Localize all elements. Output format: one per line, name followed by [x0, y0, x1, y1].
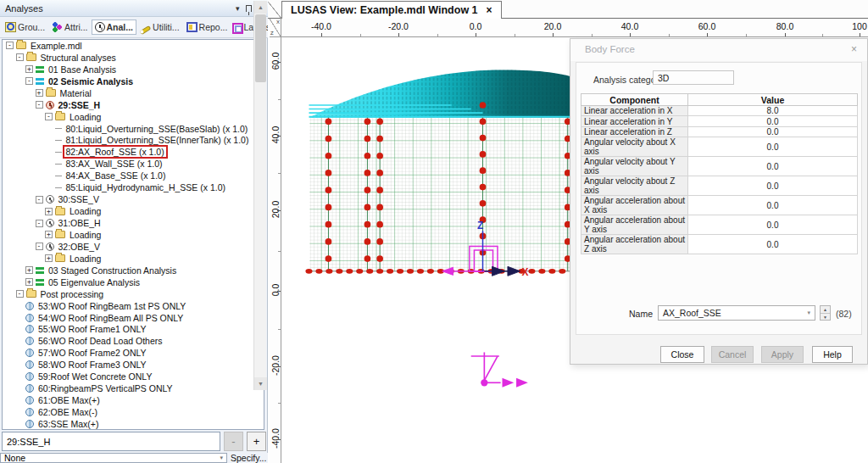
- panel-tab-analyses[interactable]: Anal...: [92, 20, 137, 35]
- tree-item-label[interactable]: 30:SSE_V: [57, 194, 101, 204]
- tree-item[interactable]: 53:WO Roof RingBeam 1st PS ONLY: [3, 300, 264, 312]
- tree-item-label[interactable]: Material: [58, 88, 93, 98]
- tree-item-label[interactable]: 29:SSE_H: [57, 100, 103, 110]
- active-loadcase-input[interactable]: [2, 432, 220, 451]
- tree-item-label[interactable]: 56:WO Roof Dead Load Others: [36, 336, 164, 346]
- spinner-up-icon[interactable]: ▲: [821, 306, 830, 313]
- tree-item[interactable]: 55:WO Roof Frame1 ONLY: [3, 324, 264, 336]
- tree-item-label[interactable]: 54:WO Roof RingBeam All PS ONLY: [36, 313, 185, 323]
- tree-item-label[interactable]: Structural analyses: [39, 53, 118, 63]
- tree-item-label[interactable]: 61:OBE Max(+): [36, 395, 102, 405]
- help-button[interactable]: Help: [812, 346, 853, 363]
- value-cell[interactable]: 0.0: [688, 116, 858, 126]
- tree-expander-plus-icon[interactable]: +: [45, 208, 53, 215]
- tree-expander-minus-icon[interactable]: -: [36, 220, 43, 227]
- tree-item[interactable]: +03 Staged Construction Analysis: [3, 265, 264, 276]
- tree-item[interactable]: 61:OBE Max(+): [3, 394, 264, 406]
- tree-item-label[interactable]: Post processing: [39, 289, 106, 299]
- tree-item-label[interactable]: 80:Liquid_Overturning_SSE(BaseSlab) (x 1…: [64, 124, 250, 134]
- panel-tab-utilities[interactable]: Utiliti...: [136, 20, 183, 35]
- value-cell[interactable]: 0.0: [688, 235, 858, 254]
- tree-item-label[interactable]: 31:OBE_H: [57, 218, 103, 228]
- tree-item-label[interactable]: Loading: [68, 230, 103, 240]
- dialog-titlebar[interactable]: Body Force: [570, 39, 867, 61]
- name-combobox[interactable]: AX_Roof_SSE ▾: [658, 305, 815, 321]
- tree-item-label[interactable]: 03 Staged Construction Analysis: [47, 265, 178, 276]
- tree-item[interactable]: -Post processing: [3, 288, 264, 300]
- tree-item-label[interactable]: 02 Seismic Analysis: [47, 76, 135, 86]
- scrollbar-thumb[interactable]: [255, 14, 266, 82]
- tree-item[interactable]: 84:AX_Base_SSE (x 1.0): [3, 170, 264, 181]
- loadcase-decrement-button[interactable]: -: [224, 432, 243, 451]
- tree-scrollbar[interactable]: ▲ ▼: [253, 1, 266, 390]
- tree-item[interactable]: -02 Seismic Analysis: [3, 75, 264, 87]
- tree-expander-plus-icon[interactable]: +: [36, 89, 43, 97]
- loadcase-increment-button[interactable]: +: [247, 432, 266, 451]
- tree-item-label[interactable]: 85:Liquid_Hydrodynamic_H_SSE (x 1.0): [64, 182, 228, 192]
- tree-expander-plus-icon[interactable]: +: [45, 254, 53, 262]
- tree-item[interactable]: -Example.mdl: [3, 40, 264, 52]
- tree-item-label[interactable]: 57:WO Roof Frame2 ONLY: [36, 348, 148, 358]
- tree-item[interactable]: -Structural analyses: [3, 52, 264, 64]
- value-cell[interactable]: 0.0: [688, 215, 858, 235]
- filter-dropdown[interactable]: None ▾: [0, 453, 227, 463]
- tree-item[interactable]: -32:OBE_V: [3, 241, 264, 253]
- value-cell[interactable]: 0.0: [688, 196, 858, 215]
- tree-expander-minus-icon[interactable]: -: [6, 42, 14, 49]
- tree-item[interactable]: 60:RingbeamPS VerticalPS ONLY: [3, 382, 264, 394]
- tree-item-label[interactable]: 83:AX_Wall_SSE (x 1.0): [64, 159, 164, 169]
- tree-item-label[interactable]: 60:RingbeamPS VerticalPS ONLY: [36, 383, 175, 393]
- value-cell[interactable]: 0.0: [688, 176, 858, 196]
- tree-item-label[interactable]: Loading: [68, 112, 103, 122]
- tree-item[interactable]: 85:Liquid_Hydrodynamic_H_SSE (x 1.0): [3, 181, 264, 193]
- tree-item[interactable]: +Loading: [3, 253, 264, 265]
- scroll-down-icon[interactable]: ▼: [254, 377, 267, 390]
- tree-expander-minus-icon[interactable]: -: [36, 196, 43, 204]
- tree-item-label[interactable]: 05 Eigenvalue Analysis: [47, 277, 142, 287]
- tree-item[interactable]: 56:WO Roof Dead Load Others: [3, 335, 264, 347]
- tree-item-label[interactable]: 32:OBE_V: [57, 242, 103, 252]
- value-cell[interactable]: 0.0: [688, 157, 858, 176]
- tree-item[interactable]: -30:SSE_V: [3, 193, 264, 205]
- tree-item-label[interactable]: 62:OBE Max(-): [36, 407, 99, 417]
- tree-item[interactable]: 62:OBE Max(-): [3, 406, 264, 418]
- tree-item[interactable]: 57:WO Roof Frame2 ONLY: [3, 347, 264, 359]
- tree-item-label[interactable]: 55:WO Roof Frame1 ONLY: [36, 324, 148, 334]
- tree-item-label[interactable]: 81:Liquid_Overturning_SSE(InnerTank) (x …: [64, 135, 251, 145]
- tree-expander-plus-icon[interactable]: +: [25, 65, 33, 73]
- tree-item[interactable]: 59:Roof Wet Concrete ONLY: [3, 371, 264, 382]
- tree-item[interactable]: -Loading: [3, 111, 264, 123]
- tree-expander-minus-icon[interactable]: -: [36, 243, 43, 250]
- tree-item[interactable]: 54:WO Roof RingBeam All PS ONLY: [3, 312, 264, 324]
- tab-close-icon[interactable]: ×: [487, 4, 492, 16]
- tree-item-label[interactable]: 84:AX_Base_SSE (x 1.0): [64, 170, 168, 181]
- tree-item[interactable]: 82:AX_Roof_SSE (x 1.0): [3, 146, 264, 158]
- tree-item-label[interactable]: 59:Roof Wet Concrete ONLY: [36, 371, 153, 382]
- tree-expander-minus-icon[interactable]: -: [45, 113, 53, 120]
- tree-expander-plus-icon[interactable]: +: [25, 266, 33, 274]
- close-button[interactable]: Close: [660, 346, 704, 363]
- scroll-up-icon[interactable]: ▲: [254, 1, 267, 14]
- tree-item[interactable]: 80:Liquid_Overturning_SSE(BaseSlab) (x 1…: [3, 123, 264, 135]
- tree-item-label[interactable]: 01 Base Analysis: [47, 64, 118, 75]
- specify-button[interactable]: Specify...: [231, 453, 268, 463]
- dialog-close-icon[interactable]: ×: [851, 43, 857, 55]
- spinner-down-icon[interactable]: ▼: [821, 313, 830, 320]
- tree-expander-minus-icon[interactable]: -: [16, 290, 24, 298]
- tree-expander-minus-icon[interactable]: -: [25, 77, 33, 85]
- tree-expander-minus-icon[interactable]: -: [16, 53, 24, 61]
- tree-item-label[interactable]: 53:WO Roof RingBeam 1st PS ONLY: [36, 301, 187, 311]
- tree-item[interactable]: 58:WO Roof Frame3 ONLY: [3, 359, 264, 371]
- tree-item-label[interactable]: Loading: [68, 254, 103, 264]
- tree-expander-plus-icon[interactable]: +: [45, 231, 53, 238]
- tree-item-label[interactable]: Loading: [68, 206, 103, 216]
- tree-item[interactable]: 81:Liquid_Overturning_SSE(InnerTank) (x …: [3, 135, 264, 147]
- tree-item-label[interactable]: 82:AX_Roof_SSE (x 1.0): [64, 147, 166, 157]
- value-cell[interactable]: 0.0: [688, 126, 858, 137]
- tree-item[interactable]: +05 Eigenvalue Analysis: [3, 276, 264, 288]
- panel-tab-groups[interactable]: Grou...: [2, 20, 48, 35]
- panel-tab-attributes[interactable]: Attri...: [48, 20, 91, 35]
- value-cell[interactable]: 8.0: [688, 106, 858, 116]
- tree-item[interactable]: +Material: [3, 87, 264, 99]
- tree-item[interactable]: 83:AX_Wall_SSE (x 1.0): [3, 158, 264, 170]
